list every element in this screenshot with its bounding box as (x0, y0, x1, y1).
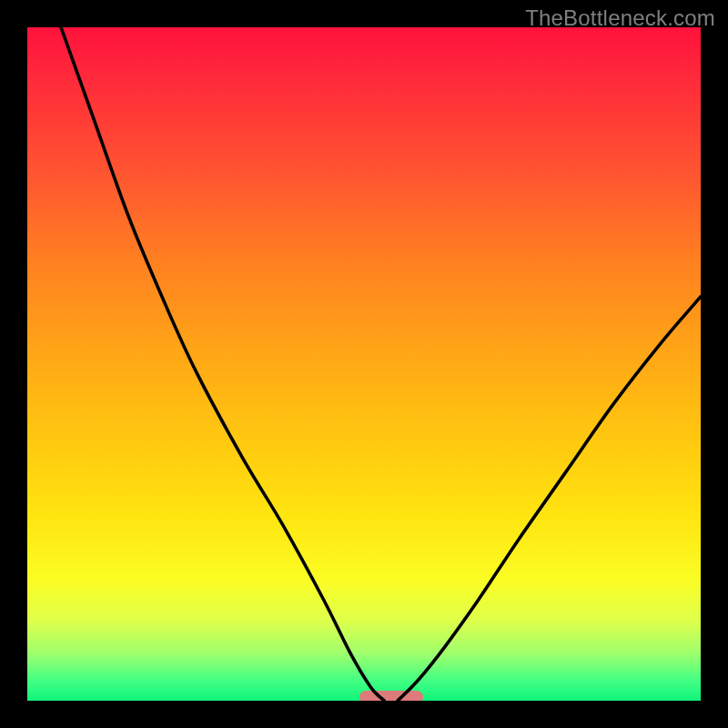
attribution-text: TheBottleneck.com (525, 5, 715, 31)
bottleneck-curve-right (398, 297, 701, 701)
curve-layer (27, 27, 701, 701)
plot-area (27, 27, 701, 701)
chart-container: TheBottleneck.com (0, 0, 728, 728)
bottleneck-curve-left (61, 27, 384, 701)
